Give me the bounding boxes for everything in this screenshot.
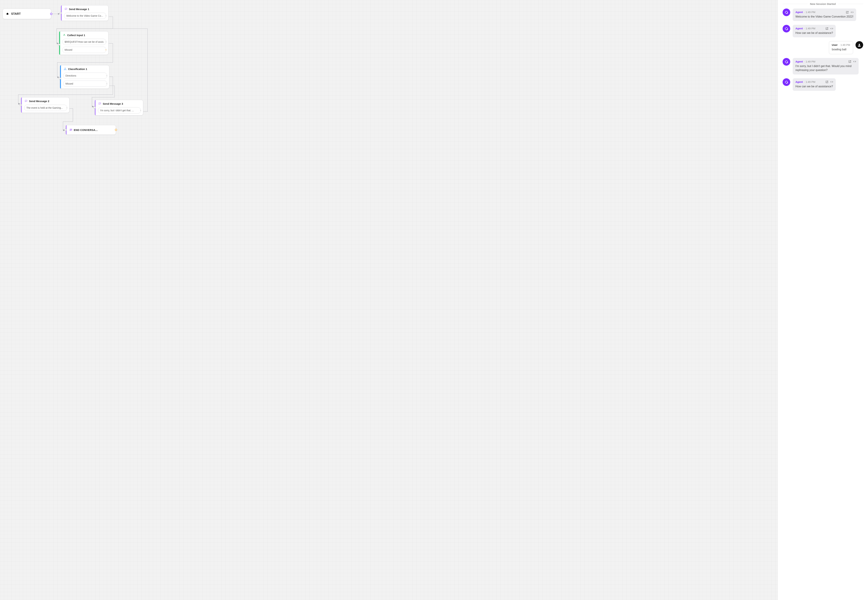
sender-name: Agent xyxy=(795,11,803,14)
outport[interactable] xyxy=(141,109,141,111)
code-icon[interactable] xyxy=(853,60,856,63)
node-slot[interactable]: I'm sorry, but I didn't get that. ... xyxy=(98,107,141,114)
svg-marker-0 xyxy=(58,13,60,15)
speech-bubble-icon xyxy=(98,102,101,105)
node-title: Send Message 3 xyxy=(103,102,123,105)
sender-name: User xyxy=(832,43,838,46)
open-external-icon[interactable] xyxy=(825,80,829,83)
svg-point-7 xyxy=(65,68,65,68)
end-conversation-icon xyxy=(69,128,73,132)
collect-input-icon xyxy=(63,33,66,36)
timestamp: 1:49 PM xyxy=(841,43,850,46)
agent-avatar xyxy=(783,78,790,86)
inport[interactable] xyxy=(94,107,95,109)
chat-message: User · 1:49 PM bowling ball xyxy=(783,41,863,54)
chat-bubble: Agent · 1:49 PM Welcome to the Video Gam… xyxy=(793,9,856,21)
svg-point-14 xyxy=(785,81,788,83)
chat-bubble: User · 1:49 PM bowling ball xyxy=(829,41,853,54)
node-slot[interactable]: Directions xyxy=(63,73,107,79)
chat-message: Agent · 1:49 PM How can we be of assista… xyxy=(783,25,863,37)
speech-bubble-icon xyxy=(24,100,27,103)
code-icon[interactable] xyxy=(830,80,833,83)
message-text: How can we be of assistance? xyxy=(795,84,833,88)
inport[interactable] xyxy=(20,104,22,106)
outport[interactable] xyxy=(50,13,52,15)
send-message-2-node[interactable]: Send Message 2 The event is held at the … xyxy=(21,97,70,113)
slot-text: Welcome to the Video Game Co... xyxy=(66,14,103,17)
timestamp: 1:49 PM xyxy=(806,60,815,63)
outport[interactable] xyxy=(106,41,106,43)
node-title: END CONVERSA... xyxy=(74,129,98,132)
end-conversation-node[interactable]: END CONVERSA... xyxy=(66,125,116,135)
chat-message: Agent · 1:49 PM How can we be of assista… xyxy=(783,78,863,91)
node-title: Send Message 1 xyxy=(69,8,89,11)
sender-name: Agent xyxy=(795,80,803,83)
message-text: bowling ball xyxy=(832,47,850,52)
svg-point-12 xyxy=(859,44,860,45)
slot-text: Directions xyxy=(65,74,76,77)
chat-message: Agent · 1:49 PM Welcome to the Video Gam… xyxy=(783,9,863,21)
edges-layer xyxy=(0,0,777,600)
classification-icon xyxy=(64,67,67,70)
agent-avatar xyxy=(783,9,790,16)
node-title: Collect Input 1 xyxy=(67,34,85,36)
agent-avatar xyxy=(783,58,790,66)
node-title: Send Message 2 xyxy=(29,100,49,103)
svg-point-6 xyxy=(64,34,65,35)
chat-bubble: Agent · 1:49 PM How can we be of assista… xyxy=(793,25,836,37)
outport[interactable] xyxy=(67,107,67,109)
start-label: START xyxy=(11,12,21,16)
slot-text: I'm sorry, but I didn't get that. ... xyxy=(100,109,134,112)
node-slot[interactable]: Welcome to the Video Game Co... xyxy=(64,13,106,19)
outport[interactable] xyxy=(106,49,106,51)
classification-1-node[interactable]: Classification 1 Directions Missed xyxy=(60,65,109,89)
slot-text: Missed xyxy=(65,82,73,85)
open-external-icon[interactable] xyxy=(848,60,851,63)
inport[interactable] xyxy=(59,77,61,80)
svg-point-13 xyxy=(785,61,788,63)
flow-canvas[interactable]: START Send Message 1 Welcome to the Vide… xyxy=(0,0,778,600)
outport[interactable] xyxy=(106,15,106,17)
send-message-1-node[interactable]: Send Message 1 Welcome to the Video Game… xyxy=(61,5,109,21)
node-title: Classification 1 xyxy=(68,68,87,70)
message-text: How can we be of assistance? xyxy=(795,31,833,35)
message-text: Welcome to the Video Game Convention 202… xyxy=(795,15,853,18)
node-slot[interactable]: The event is held at the Gaming... xyxy=(24,105,67,111)
node-slot[interactable]: Missed xyxy=(63,80,107,87)
user-avatar xyxy=(856,41,863,49)
code-icon[interactable] xyxy=(851,11,854,14)
svg-point-11 xyxy=(785,27,788,30)
outport[interactable] xyxy=(107,83,107,85)
node-stripe xyxy=(60,65,61,89)
outport[interactable] xyxy=(115,129,117,131)
start-node[interactable]: START xyxy=(3,9,51,19)
inport[interactable] xyxy=(60,12,62,14)
sender-name: Agent xyxy=(795,60,803,63)
inport[interactable] xyxy=(58,44,60,45)
send-message-3-node[interactable]: Send Message 3 I'm sorry, but I didn't g… xyxy=(95,100,143,115)
node-slot[interactable]: $REQUEST:How can we be of assis xyxy=(62,39,106,45)
outport[interactable] xyxy=(107,75,107,77)
open-external-icon[interactable] xyxy=(846,11,849,14)
timestamp: 1:49 PM xyxy=(806,27,815,30)
node-slot[interactable]: Missed xyxy=(62,47,106,53)
timestamp: 1:49 PM xyxy=(806,80,815,83)
sender-name: Agent xyxy=(795,27,803,30)
timestamp: 1:49 PM xyxy=(806,11,815,14)
agent-avatar xyxy=(783,25,790,32)
home-icon xyxy=(6,12,9,15)
chat-bubble: Agent · 1:49 PM How can we be of assista… xyxy=(793,78,836,91)
slot-text: $REQUEST:How can we be of assis xyxy=(65,41,104,43)
slot-text: Missed xyxy=(65,48,72,51)
collect-input-1-node[interactable]: Collect Input 1 $REQUEST:How can we be o… xyxy=(59,31,109,55)
open-external-icon[interactable] xyxy=(825,27,829,30)
code-icon[interactable] xyxy=(830,27,833,30)
slot-text: The event is held at the Gaming... xyxy=(26,106,63,109)
session-header: New Session Started xyxy=(783,2,863,5)
session-label: New Session Started xyxy=(810,2,836,5)
svg-point-10 xyxy=(785,11,788,14)
inport[interactable] xyxy=(65,129,67,131)
chat-bubble: Agent · 1:49 PM I'm sorry, but I didn't … xyxy=(793,58,859,74)
message-text: I'm sorry, but I didn't get that. Would … xyxy=(795,64,856,72)
node-stripe xyxy=(59,32,60,55)
